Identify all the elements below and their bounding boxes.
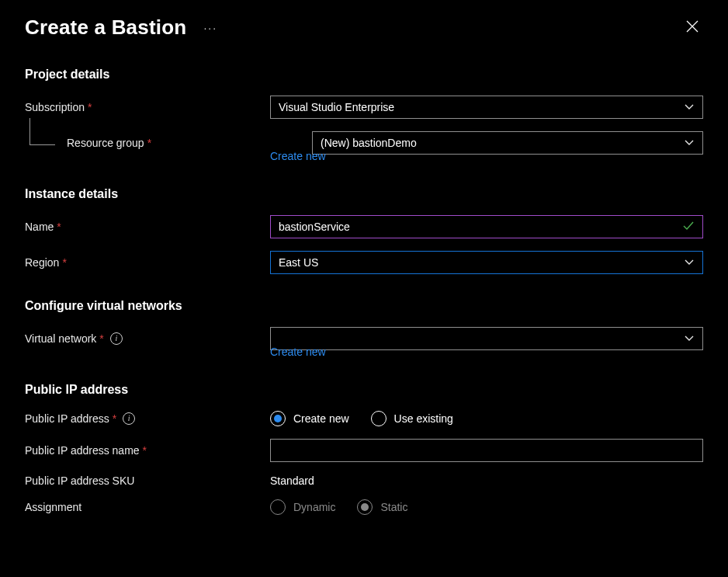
subscription-dropdown[interactable]: Visual Studio Enterprise	[270, 96, 703, 119]
name-input[interactable]: bastionService	[270, 215, 703, 238]
label-text: Resource group	[67, 137, 144, 149]
info-icon[interactable]: i	[110, 332, 123, 345]
label-pip-name: Public IP address name *	[25, 444, 270, 457]
label-text: Name	[25, 221, 54, 233]
dropdown-value: (New) bastionDemo	[321, 137, 417, 149]
radio-static: Static	[357, 499, 407, 515]
radio-icon	[270, 411, 286, 426]
row-region: Region * East US	[25, 251, 703, 274]
close-button[interactable]	[681, 17, 703, 39]
section-project-details: Project details Subscription * Visual St…	[25, 68, 703, 162]
label-text: Subscription	[25, 101, 85, 113]
radio-dynamic: Dynamic	[270, 499, 335, 515]
page-title: Create a Bastion	[25, 16, 186, 40]
row-resource-group: Resource group * (New) bastionDemo	[25, 131, 703, 155]
radio-use-existing[interactable]: Use existing	[371, 411, 453, 426]
row-pip-mode: Public IP address * i Create new Use exi…	[25, 411, 703, 426]
required-indicator: *	[62, 256, 66, 269]
row-assignment: Assignment Dynamic Static	[25, 499, 703, 515]
section-heading-instance: Instance details	[25, 187, 703, 201]
more-actions-button[interactable]: ···	[203, 22, 217, 34]
label-text: Public IP address SKU	[25, 474, 134, 487]
header-left: Create a Bastion ···	[25, 16, 217, 40]
vnet-dropdown[interactable]	[270, 327, 703, 350]
chevron-down-icon	[684, 101, 695, 114]
section-instance-details: Instance details Name * bastionService R…	[25, 187, 703, 274]
label-assignment: Assignment	[25, 501, 270, 513]
required-indicator: *	[57, 221, 61, 233]
radio-label: Create new	[293, 412, 349, 425]
resource-group-dropdown[interactable]: (New) bastionDemo	[312, 131, 703, 155]
row-pip-name: Public IP address name *	[25, 439, 703, 462]
dropdown-value: East US	[279, 256, 318, 269]
close-icon	[685, 19, 699, 36]
chevron-down-icon	[684, 332, 695, 346]
radio-icon	[371, 411, 387, 426]
chevron-down-icon	[684, 137, 695, 150]
required-indicator: *	[143, 444, 147, 457]
assignment-radio-group: Dynamic Static	[270, 499, 407, 515]
dropdown-value: Visual Studio Enterprise	[279, 101, 394, 113]
pip-radio-group: Create new Use existing	[270, 411, 453, 426]
create-bastion-blade: Create a Bastion ··· Project details Sub…	[0, 0, 728, 577]
info-icon[interactable]: i	[123, 412, 135, 425]
create-new-vnet-link[interactable]: Create new	[270, 346, 326, 358]
blade-header: Create a Bastion ···	[25, 16, 703, 40]
section-vnet: Configure virtual networks Virtual netwo…	[25, 299, 703, 358]
chevron-down-icon	[684, 256, 695, 269]
label-resource-group: Resource group *	[25, 137, 312, 149]
label-region: Region *	[25, 256, 270, 269]
label-text: Virtual network	[25, 332, 96, 345]
row-pip-sku: Public IP address SKU Standard	[25, 474, 703, 487]
radio-icon	[270, 499, 286, 515]
pip-name-input[interactable]	[270, 439, 703, 462]
section-heading-project: Project details	[25, 68, 703, 82]
region-dropdown[interactable]: East US	[270, 251, 703, 274]
label-text: Public IP address	[25, 412, 109, 425]
row-vnet: Virtual network * i	[25, 327, 703, 350]
radio-label: Use existing	[394, 412, 453, 425]
row-subscription: Subscription * Visual Studio Enterprise	[25, 96, 703, 119]
check-icon	[682, 220, 695, 235]
label-name: Name *	[25, 221, 270, 233]
label-subscription: Subscription *	[25, 101, 270, 113]
required-indicator: *	[88, 101, 92, 113]
label-pip: Public IP address * i	[25, 412, 270, 425]
label-vnet: Virtual network * i	[25, 332, 270, 345]
section-heading-vnet: Configure virtual networks	[25, 299, 703, 313]
required-indicator: *	[99, 332, 103, 345]
create-new-rg-link[interactable]: Create new	[270, 150, 326, 162]
section-heading-pip: Public IP address	[25, 383, 703, 397]
radio-icon	[357, 499, 373, 515]
label-text: Assignment	[25, 501, 81, 513]
label-pip-sku: Public IP address SKU	[25, 474, 270, 487]
indent-marker	[29, 118, 55, 145]
row-name: Name * bastionService	[25, 215, 703, 238]
radio-create-new[interactable]: Create new	[270, 411, 349, 426]
radio-label: Static	[380, 501, 407, 513]
input-value: bastionService	[279, 221, 350, 233]
label-text: Region	[25, 256, 59, 269]
pip-sku-value: Standard	[270, 474, 314, 487]
required-indicator: *	[113, 412, 116, 425]
label-text: Public IP address name	[25, 444, 140, 457]
section-public-ip: Public IP address Public IP address * i …	[25, 383, 703, 515]
required-indicator: *	[147, 137, 151, 149]
radio-label: Dynamic	[293, 501, 335, 513]
